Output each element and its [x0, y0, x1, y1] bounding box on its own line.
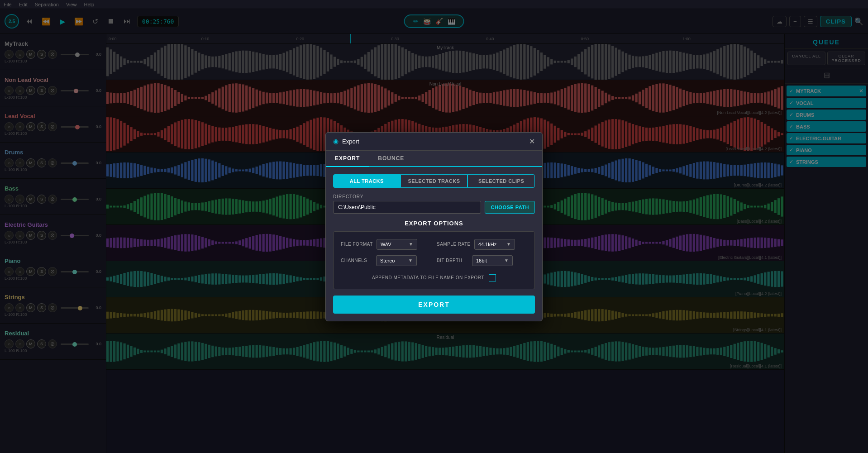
export-dialog-overlay: ◉ Export ✕ EXPORT BOUNCE ALL TRACKS SELE… — [0, 0, 868, 453]
dialog-icon: ◉ — [333, 138, 339, 145]
sample-rate-select[interactable]: 44.1kHz ▼ — [474, 239, 515, 250]
metadata-row: APPEND METADATA TO FILE NAME ON EXPORT — [341, 272, 527, 281]
sample-rate-value: 44.1kHz — [478, 242, 496, 247]
bit-depth-row: BIT DEPTH 16bit ▼ — [437, 255, 527, 266]
dialog-header: ◉ Export ✕ — [326, 133, 542, 151]
tab-bounce[interactable]: BOUNCE — [369, 151, 413, 166]
export-dialog: ◉ Export ✕ EXPORT BOUNCE ALL TRACKS SELE… — [325, 132, 543, 321]
channels-arrow: ▼ — [408, 258, 413, 263]
file-format-label: FILE FORMAT — [341, 242, 373, 247]
dialog-title: ◉ Export — [333, 138, 359, 145]
bit-depth-value: 16bit — [476, 258, 487, 263]
dialog-body: ALL TRACKS SELECTED TRACKS SELECTED CLIP… — [326, 167, 542, 321]
bit-depth-arrow: ▼ — [504, 258, 509, 263]
all-tracks-button[interactable]: ALL TRACKS — [333, 174, 401, 188]
options-grid: FILE FORMAT WAV ▼ SAMPLE RATE 44.1kHz ▼ — [341, 239, 527, 266]
channels-label: CHANNELS — [341, 258, 372, 263]
dialog-tabs: EXPORT BOUNCE — [326, 151, 542, 167]
file-format-row: FILE FORMAT WAV ▼ — [341, 239, 431, 250]
directory-input[interactable] — [333, 201, 481, 214]
sample-rate-label: SAMPLE RATE — [437, 242, 471, 247]
selected-clips-button[interactable]: SELECTED CLIPS — [467, 174, 535, 188]
tab-export[interactable]: EXPORT — [326, 151, 369, 167]
file-format-value: WAV — [381, 242, 391, 247]
track-type-buttons: ALL TRACKS SELECTED TRACKS SELECTED CLIP… — [333, 174, 535, 188]
export-options-title: EXPORT OPTIONS — [333, 220, 535, 227]
metadata-checkbox[interactable] — [489, 274, 496, 281]
channels-select[interactable]: Stereo ▼ — [376, 255, 417, 266]
options-box: FILE FORMAT WAV ▼ SAMPLE RATE 44.1kHz ▼ — [333, 231, 535, 289]
sample-rate-arrow: ▼ — [506, 242, 511, 247]
dialog-title-text: Export — [342, 138, 359, 145]
metadata-label: APPEND METADATA TO FILE NAME ON EXPORT — [372, 275, 484, 280]
file-format-arrow: ▼ — [409, 242, 413, 247]
channels-value: Stereo — [380, 258, 395, 263]
directory-row: CHOOSE PATH — [333, 201, 535, 214]
choose-path-button[interactable]: CHOOSE PATH — [485, 201, 535, 214]
sample-rate-row: SAMPLE RATE 44.1kHz ▼ — [437, 239, 527, 250]
bit-depth-select[interactable]: 16bit ▼ — [472, 255, 513, 266]
channels-row: CHANNELS Stereo ▼ — [341, 255, 431, 266]
selected-tracks-button[interactable]: SELECTED TRACKS — [401, 174, 468, 188]
bit-depth-label: BIT DEPTH — [437, 258, 468, 263]
export-button[interactable]: EXPORT — [333, 296, 535, 314]
file-format-select[interactable]: WAV ▼ — [377, 239, 417, 250]
directory-label: DIRECTORY — [333, 194, 535, 199]
dialog-close-button[interactable]: ✕ — [529, 137, 535, 146]
